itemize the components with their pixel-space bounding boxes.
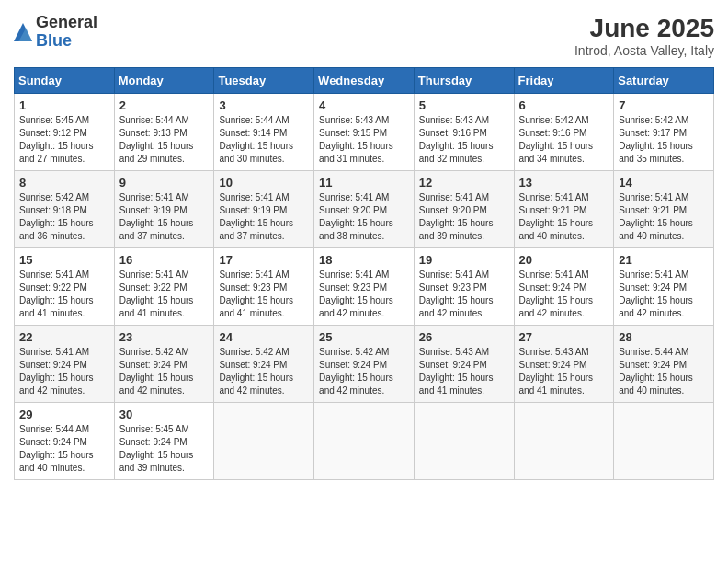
daylight-label: Daylight: 15 hours and 42 minutes.	[19, 373, 94, 396]
daylight-label: Daylight: 15 hours and 41 minutes.	[519, 373, 594, 396]
sunset-label: Sunset: 9:24 PM	[519, 360, 587, 370]
day-info: Sunrise: 5:43 AM Sunset: 9:15 PM Dayligh…	[319, 114, 409, 166]
calendar: SundayMondayTuesdayWednesdayThursdayFrid…	[14, 67, 714, 480]
sunset-label: Sunset: 9:24 PM	[19, 360, 87, 370]
sunrise-label: Sunrise: 5:41 AM	[619, 270, 688, 280]
daylight-label: Daylight: 15 hours and 41 minutes.	[219, 295, 293, 318]
day-info: Sunrise: 5:44 AM Sunset: 9:24 PM Dayligh…	[619, 346, 709, 397]
day-info: Sunrise: 5:41 AM Sunset: 9:24 PM Dayligh…	[619, 269, 709, 320]
day-number: 16	[119, 253, 210, 267]
daylight-label: Daylight: 15 hours and 42 minutes.	[419, 295, 494, 318]
sunrise-label: Sunrise: 5:41 AM	[419, 192, 489, 202]
day-number: 6	[519, 98, 609, 112]
sunset-label: Sunset: 9:24 PM	[419, 360, 487, 370]
sunset-label: Sunset: 9:24 PM	[19, 437, 87, 447]
sunrise-label: Sunrise: 5:41 AM	[319, 270, 389, 280]
sunset-label: Sunset: 9:16 PM	[519, 128, 587, 138]
sunrise-label: Sunrise: 5:44 AM	[119, 115, 189, 125]
location-title: Introd, Aosta Valley, Italy	[574, 43, 714, 58]
day-number: 21	[619, 253, 709, 267]
calendar-week-row: 15 Sunrise: 5:41 AM Sunset: 9:22 PM Dayl…	[15, 248, 714, 326]
day-number: 7	[619, 98, 709, 112]
empty-day-cell	[414, 403, 514, 480]
daylight-label: Daylight: 15 hours and 39 minutes.	[419, 218, 494, 241]
sunrise-label: Sunrise: 5:42 AM	[619, 115, 688, 125]
day-info: Sunrise: 5:41 AM Sunset: 9:22 PM Dayligh…	[119, 269, 210, 320]
sunset-label: Sunset: 9:19 PM	[219, 205, 287, 215]
day-number: 18	[319, 253, 409, 267]
day-info: Sunrise: 5:42 AM Sunset: 9:24 PM Dayligh…	[119, 346, 210, 397]
day-cell-5: 5 Sunrise: 5:43 AM Sunset: 9:16 PM Dayli…	[414, 94, 514, 171]
sunrise-label: Sunrise: 5:41 AM	[119, 192, 189, 202]
daylight-label: Daylight: 15 hours and 37 minutes.	[219, 218, 293, 241]
sunset-label: Sunset: 9:19 PM	[119, 205, 188, 215]
logo-icon	[14, 23, 32, 41]
day-cell-27: 27 Sunrise: 5:43 AM Sunset: 9:24 PM Dayl…	[514, 326, 614, 403]
day-cell-14: 14 Sunrise: 5:41 AM Sunset: 9:21 PM Dayl…	[614, 171, 714, 248]
day-number: 24	[219, 330, 309, 344]
day-info: Sunrise: 5:41 AM Sunset: 9:23 PM Dayligh…	[219, 269, 309, 320]
sunrise-label: Sunrise: 5:41 AM	[519, 270, 589, 280]
day-cell-1: 1 Sunrise: 5:45 AM Sunset: 9:12 PM Dayli…	[15, 94, 115, 171]
day-cell-16: 16 Sunrise: 5:41 AM Sunset: 9:22 PM Dayl…	[114, 248, 214, 326]
sunrise-label: Sunrise: 5:41 AM	[319, 192, 389, 202]
sunrise-label: Sunrise: 5:42 AM	[119, 347, 189, 357]
day-cell-18: 18 Sunrise: 5:41 AM Sunset: 9:23 PM Dayl…	[314, 248, 415, 326]
empty-day-cell	[614, 403, 714, 480]
sunrise-label: Sunrise: 5:41 AM	[19, 270, 89, 280]
sunset-label: Sunset: 9:18 PM	[19, 205, 87, 215]
empty-day-cell	[514, 403, 614, 480]
sunset-label: Sunset: 9:24 PM	[219, 360, 287, 370]
sunset-label: Sunset: 9:13 PM	[119, 128, 188, 138]
day-cell-24: 24 Sunrise: 5:42 AM Sunset: 9:24 PM Dayl…	[214, 326, 314, 403]
day-cell-8: 8 Sunrise: 5:42 AM Sunset: 9:18 PM Dayli…	[15, 171, 115, 248]
sunrise-label: Sunrise: 5:43 AM	[419, 347, 489, 357]
empty-day-cell	[314, 403, 415, 480]
day-info: Sunrise: 5:43 AM Sunset: 9:24 PM Dayligh…	[419, 346, 509, 397]
day-number: 3	[219, 98, 309, 112]
day-info: Sunrise: 5:41 AM Sunset: 9:24 PM Dayligh…	[19, 346, 109, 397]
sunrise-label: Sunrise: 5:41 AM	[419, 270, 489, 280]
day-cell-9: 9 Sunrise: 5:41 AM Sunset: 9:19 PM Dayli…	[114, 171, 214, 248]
day-info: Sunrise: 5:41 AM Sunset: 9:23 PM Dayligh…	[319, 269, 409, 320]
sunrise-label: Sunrise: 5:43 AM	[419, 115, 489, 125]
day-cell-20: 20 Sunrise: 5:41 AM Sunset: 9:24 PM Dayl…	[514, 248, 614, 326]
day-number: 28	[619, 330, 709, 344]
day-info: Sunrise: 5:44 AM Sunset: 9:24 PM Dayligh…	[19, 423, 109, 475]
day-header-wednesday: Wednesday	[314, 68, 415, 94]
day-number: 25	[319, 330, 409, 344]
logo-general: General	[36, 14, 97, 32]
day-number: 14	[619, 176, 709, 190]
day-cell-26: 26 Sunrise: 5:43 AM Sunset: 9:24 PM Dayl…	[414, 326, 514, 403]
day-number: 9	[119, 176, 210, 190]
day-number: 4	[319, 98, 409, 112]
day-number: 11	[319, 176, 409, 190]
logo-blue: Blue	[36, 32, 97, 51]
calendar-week-row: 8 Sunrise: 5:42 AM Sunset: 9:18 PM Dayli…	[15, 171, 714, 248]
daylight-label: Daylight: 15 hours and 36 minutes.	[19, 218, 94, 241]
header: General Blue June 2025 Introd, Aosta Val…	[14, 14, 714, 58]
day-info: Sunrise: 5:41 AM Sunset: 9:21 PM Dayligh…	[619, 191, 709, 243]
day-header-tuesday: Tuesday	[214, 68, 314, 94]
day-number: 8	[19, 176, 109, 190]
day-cell-3: 3 Sunrise: 5:44 AM Sunset: 9:14 PM Dayli…	[214, 94, 314, 171]
day-number: 17	[219, 253, 309, 267]
day-info: Sunrise: 5:45 AM Sunset: 9:24 PM Dayligh…	[119, 423, 210, 475]
sunset-label: Sunset: 9:23 PM	[419, 282, 487, 293]
daylight-label: Daylight: 15 hours and 27 minutes.	[19, 141, 94, 164]
sunset-label: Sunset: 9:15 PM	[319, 128, 387, 138]
daylight-label: Daylight: 15 hours and 41 minutes.	[19, 295, 94, 318]
day-number: 5	[419, 98, 509, 112]
day-cell-30: 30 Sunrise: 5:45 AM Sunset: 9:24 PM Dayl…	[114, 403, 214, 480]
sunset-label: Sunset: 9:23 PM	[219, 282, 287, 293]
daylight-label: Daylight: 15 hours and 42 minutes.	[619, 295, 693, 318]
sunset-label: Sunset: 9:22 PM	[19, 282, 87, 293]
day-cell-19: 19 Sunrise: 5:41 AM Sunset: 9:23 PM Dayl…	[414, 248, 514, 326]
day-number: 26	[419, 330, 509, 344]
daylight-label: Daylight: 15 hours and 29 minutes.	[119, 141, 194, 164]
sunset-label: Sunset: 9:23 PM	[319, 282, 387, 293]
calendar-header-row: SundayMondayTuesdayWednesdayThursdayFrid…	[15, 68, 714, 94]
day-cell-25: 25 Sunrise: 5:42 AM Sunset: 9:24 PM Dayl…	[314, 326, 415, 403]
day-cell-28: 28 Sunrise: 5:44 AM Sunset: 9:24 PM Dayl…	[614, 326, 714, 403]
sunset-label: Sunset: 9:22 PM	[119, 282, 188, 293]
